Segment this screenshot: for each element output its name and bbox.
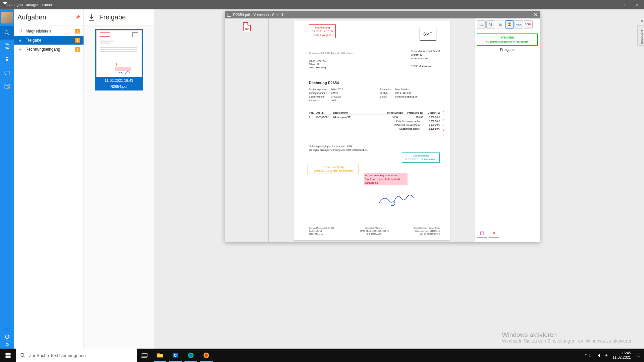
task-label: Magnetisieren <box>25 29 51 34</box>
ocr-tool[interactable]: OCR↖ <box>524 20 533 28</box>
task-rechnungseingang[interactable]: Rechnungseingang 1 <box>14 45 84 54</box>
app-titlebar: amagno - amagno-praese — □ ✕ <box>0 0 644 9</box>
stamp-tool[interactable] <box>505 20 514 28</box>
taskbar-edge[interactable] <box>183 349 199 362</box>
document-area: Windows aktivieren Wechseln Sie zu den E… <box>154 9 644 349</box>
volume-icon[interactable] <box>597 353 602 358</box>
thumb-filename: R2654.pdf <box>96 83 142 89</box>
svg-rect-2 <box>5 44 8 48</box>
svg-point-5 <box>8 86 10 89</box>
svg-line-21 <box>24 356 25 357</box>
search-placeholder: Zur Suche Text hier eingeben <box>29 353 86 358</box>
tasks-panel: Aufgaben 📌 Magnetisieren 2 Freigabe 1 Re… <box>14 9 84 349</box>
tray-lang[interactable]: ⊗ <box>605 354 608 357</box>
side-tab-aufgaben[interactable]: Aufgaben <box>637 25 644 46</box>
network-icon[interactable] <box>589 353 594 358</box>
recipient-address: Sensus Messtechnik GmbH | Zechstr. 10 | … <box>309 51 353 69</box>
invoice-notes: Lieferung erfolgt gem. Lieferschein L203… <box>309 144 368 152</box>
svg-text:O: O <box>174 354 177 357</box>
svg-point-15 <box>508 22 511 24</box>
zoom-in-button[interactable] <box>477 20 486 28</box>
svg-rect-17 <box>8 353 11 355</box>
nav-power[interactable]: ⏻ <box>0 333 14 341</box>
svg-rect-3 <box>6 45 9 49</box>
user-avatar[interactable] <box>1 12 13 23</box>
svg-point-4 <box>6 57 8 60</box>
taskbar-taskview[interactable] <box>137 349 152 362</box>
cancel-button[interactable]: ✕ <box>489 229 499 238</box>
svg-point-31 <box>205 354 208 357</box>
task-label: Rechnungseingang <box>25 47 60 52</box>
taskbar-outlook[interactable]: O <box>168 349 183 362</box>
nav-inbox[interactable] <box>0 80 14 93</box>
window-maximize[interactable]: □ <box>617 0 631 9</box>
download-icon <box>87 13 96 22</box>
task-freigabe[interactable]: Freigabe 1 <box>14 36 84 45</box>
tool-disabled: ▦ <box>496 20 504 28</box>
close-icon[interactable]: ✕ <box>641 19 643 23</box>
svg-point-29 <box>189 354 193 357</box>
company-logo: SMT <box>420 28 436 41</box>
svg-line-11 <box>491 25 492 26</box>
svg-rect-25 <box>157 353 160 354</box>
svg-line-1 <box>8 34 9 35</box>
tasks-title: Aufgaben <box>17 13 46 21</box>
stamp-template[interactable]: Freigabe #Bearbeitungsdatum# #Bearbeiter… <box>477 34 538 46</box>
svg-rect-19 <box>8 356 11 358</box>
thumbnail-preview <box>96 30 142 77</box>
pin-icon[interactable]: 📌 <box>75 15 80 19</box>
nav-collapse[interactable]: — <box>0 324 14 333</box>
text-tool[interactable]: AB|C <box>515 20 523 28</box>
task-magnetisieren[interactable]: Magnetisieren 2 <box>14 27 84 36</box>
taskbar-amagno[interactable] <box>199 349 214 362</box>
magnet-icon <box>17 28 23 34</box>
stamp-sachlich: Sachlich richtig09.03.2017 11:24 Janine … <box>402 153 440 163</box>
nav-settings[interactable]: ⚙ <box>0 341 14 349</box>
invoice-footer: Sensus Messtechnik GmbHZechstraße 108033… <box>309 227 440 236</box>
svg-rect-13 <box>508 25 511 26</box>
close-icon[interactable]: ✕ <box>534 12 538 17</box>
document-viewport[interactable]: Posteingang09.03.2017 10:05Bernd Wagner … <box>269 18 475 242</box>
document-thumbnail[interactable]: 11.02.2021 16:43 R2654.pdf <box>95 29 143 90</box>
zoom-out-button[interactable] <box>486 20 495 28</box>
app-icon <box>227 13 231 17</box>
svg-point-0 <box>5 31 8 34</box>
task-badge: 1 <box>75 38 80 43</box>
checkmark-icon: ✓ <box>442 134 445 138</box>
document-page: Posteingang09.03.2017 10:05Bernd Wagner … <box>293 20 450 240</box>
app-title: amagno - amagno-praese <box>9 3 52 7</box>
system-tray[interactable]: ˄ ⊗ 16:4511.02.2021 <box>585 351 644 360</box>
svg-line-7 <box>482 25 483 26</box>
invoice-title: Rechnung R2654 <box>309 81 339 85</box>
notifications-icon[interactable] <box>636 353 641 358</box>
window-close[interactable]: ✕ <box>631 0 644 9</box>
signature <box>377 191 418 208</box>
pdf-icon[interactable] <box>243 22 251 31</box>
company-info: Sensus Messtechnik GmbHZechstr. 1080333 … <box>411 49 440 68</box>
highlight-note: Mit der Anlage gibt es noch Probleme, da… <box>364 173 408 185</box>
nav-search[interactable] <box>0 26 14 40</box>
download-icon <box>17 38 23 43</box>
svg-rect-16 <box>6 353 8 355</box>
stamp-posteingang: Posteingang09.03.2017 10:05Bernd Wagner <box>309 24 336 38</box>
invoice-meta-right: Bearbeiter: Herr Schäfer Telefon: 089 21… <box>380 87 418 99</box>
line-items-table: Pos.Art-Nr.BezeichnungMengeEinheitPreis/… <box>309 112 440 131</box>
app-icon <box>3 2 7 7</box>
start-button[interactable] <box>0 349 16 362</box>
stamp-rechnerisch: Rechnerisch Richtig09.03.2017 11:23 Mark… <box>308 164 359 174</box>
taskbar-explorer[interactable] <box>152 349 168 362</box>
preview-titlebar[interactable]: R2654.pdf - Vorschau - Seite 1 ✕ <box>225 11 540 18</box>
left-nav: — ⏻ ⚙ <box>0 9 14 349</box>
stamp-panel: ▦ AB|C OCR↖ Freigabe #Bearbeitungsdatum#… <box>475 18 540 242</box>
tray-chevron-icon[interactable]: ˄ <box>585 353 587 358</box>
nav-documents[interactable] <box>0 40 14 53</box>
nav-contacts[interactable] <box>0 53 14 66</box>
svg-rect-32 <box>589 354 593 357</box>
taskbar-search[interactable]: Zur Suche Text hier eingeben <box>16 349 137 362</box>
window-minimize[interactable]: — <box>604 0 617 9</box>
checkmark-icon: ✓ <box>442 123 445 127</box>
confirm-button[interactable]: ☑ <box>477 229 487 238</box>
tray-clock[interactable]: 16:4511.02.2021 <box>612 351 631 360</box>
checkmark-icon: ✓ <box>442 110 445 114</box>
nav-messages[interactable] <box>0 66 14 80</box>
